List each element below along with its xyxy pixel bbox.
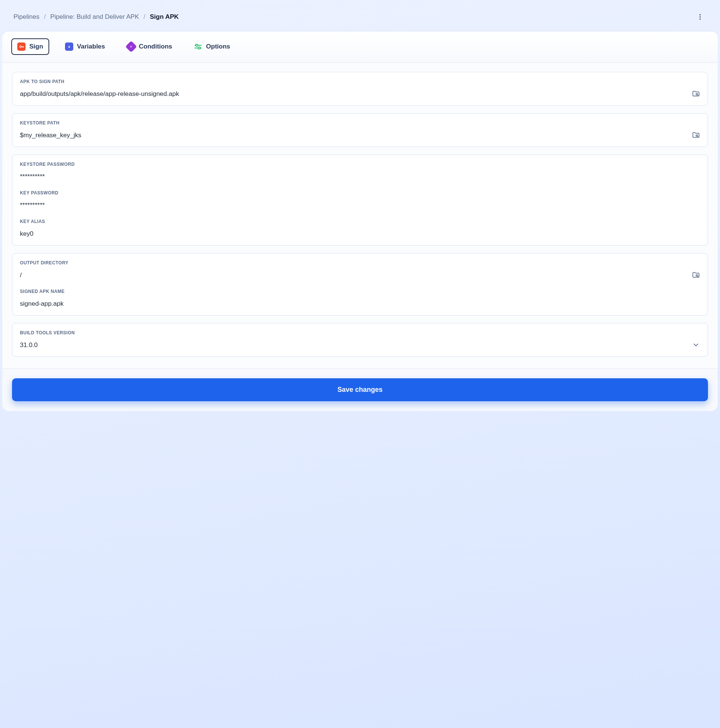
folder-search-icon [692, 90, 700, 98]
group-credentials: KEYSTORE PASSWORD KEY PASSWORD KEY ALIAS [12, 154, 708, 246]
label-key-password: KEY PASSWORD [20, 190, 700, 196]
tab-label: Variables [77, 43, 105, 50]
sliders-icon [194, 43, 202, 51]
header-bar: Pipelines / Pipeline: Build and Deliver … [2, 2, 718, 32]
key-icon [17, 43, 26, 51]
svg-line-13 [697, 136, 698, 137]
folder-search-icon [692, 271, 700, 279]
folder-search-icon [692, 131, 700, 139]
group-keystore-path: KEYSTORE PATH [12, 113, 708, 147]
tab-options[interactable]: Options [188, 38, 236, 55]
svg-text:$: $ [69, 45, 70, 49]
group-build-tools: BUILD TOOLS VERSION [12, 323, 708, 357]
breadcrumb-pipeline-build-deliver[interactable]: Pipeline: Build and Deliver APK [50, 13, 139, 21]
tab-sign[interactable]: Sign [11, 38, 49, 55]
build-tools-value[interactable] [20, 340, 686, 350]
signed-apk-name-input[interactable] [20, 298, 700, 308]
keystore-password-input[interactable] [20, 171, 700, 181]
chevron-down-icon [692, 341, 700, 349]
key-password-input[interactable] [20, 200, 700, 210]
tabs: Sign $ Variables IF Conditions [11, 38, 709, 55]
form-content: APK TO SIGN PATH [2, 63, 718, 368]
label-build-tools-version: BUILD TOOLS VERSION [20, 330, 700, 335]
label-keystore-password: KEYSTORE PASSWORD [20, 162, 700, 167]
config-card: Sign $ Variables IF Conditions [2, 32, 718, 411]
group-output: OUTPUT DIRECTORY SIGNED APK NA [12, 253, 708, 315]
breadcrumb-separator: / [44, 13, 46, 21]
svg-point-2 [700, 18, 701, 20]
label-output-directory: OUTPUT DIRECTORY [20, 260, 700, 266]
browse-output-dir-button[interactable] [692, 271, 700, 279]
key-alias-input[interactable] [20, 229, 700, 239]
svg-line-15 [697, 276, 698, 277]
breadcrumb-current: Sign APK [150, 13, 179, 21]
svg-text:IF: IF [130, 46, 132, 48]
tab-conditions[interactable]: IF Conditions [121, 38, 178, 55]
ellipsis-vertical-icon [696, 13, 704, 21]
label-keystore-path: KEYSTORE PATH [20, 120, 700, 125]
save-button[interactable]: Save changes [12, 378, 708, 401]
if-icon: IF [125, 41, 137, 52]
build-tools-select[interactable] [20, 340, 700, 350]
breadcrumb-pipelines[interactable]: Pipelines [14, 13, 40, 21]
svg-line-11 [697, 95, 698, 95]
svg-point-9 [198, 47, 201, 49]
browse-apk-path-button[interactable] [692, 90, 700, 98]
output-directory-input[interactable] [20, 270, 686, 280]
group-apk-path: APK TO SIGN PATH [12, 72, 708, 106]
tab-label: Conditions [139, 43, 172, 50]
svg-point-1 [700, 17, 701, 18]
label-key-alias: KEY ALIAS [20, 219, 700, 224]
tab-label: Sign [29, 43, 43, 50]
svg-point-0 [700, 14, 701, 15]
apk-path-input[interactable] [20, 89, 686, 98]
more-options-button[interactable] [694, 11, 706, 23]
tab-variables[interactable]: $ Variables [59, 38, 111, 55]
svg-point-14 [696, 274, 697, 276]
tab-label: Options [206, 43, 230, 50]
browse-keystore-path-button[interactable] [692, 131, 700, 139]
breadcrumb-separator: / [143, 13, 145, 21]
keystore-path-input[interactable] [20, 130, 686, 140]
svg-point-12 [696, 135, 697, 136]
svg-point-3 [20, 46, 21, 48]
svg-point-8 [196, 44, 198, 47]
svg-point-10 [696, 93, 697, 95]
dollar-icon: $ [65, 43, 73, 51]
label-signed-apk-name: SIGNED APK NAME [20, 289, 700, 294]
label-apk-path: APK TO SIGN PATH [20, 79, 700, 84]
breadcrumb: Pipelines / Pipeline: Build and Deliver … [14, 13, 179, 21]
